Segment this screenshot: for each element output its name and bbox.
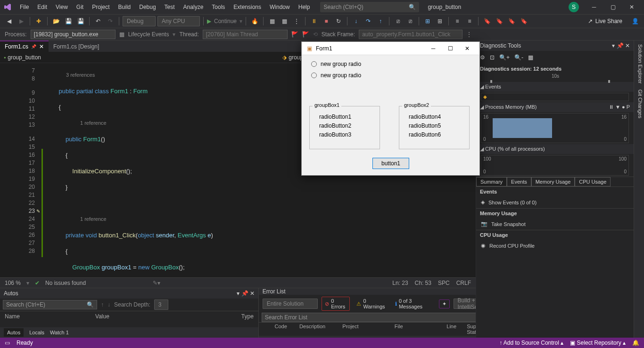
dropdown-icon[interactable]: ▾	[237, 290, 239, 297]
tab-autos[interactable]: Autos	[4, 328, 24, 337]
menu-debug[interactable]: Debug	[135, 2, 159, 12]
gear-icon[interactable]: ⚙	[480, 54, 485, 61]
intellicode-icon[interactable]: ✦	[439, 299, 450, 308]
radiobutton5[interactable]: radioButton5	[405, 122, 463, 129]
down-icon[interactable]: ↓	[107, 301, 110, 308]
tab-cpu[interactable]: CPU Usage	[575, 177, 611, 186]
errors-filter[interactable]: ⊘0 Errors	[322, 297, 350, 311]
depth-combo[interactable]: 3	[154, 299, 168, 310]
bookmark3-icon[interactable]: 🔖	[506, 16, 517, 26]
radiobutton1[interactable]: radioButton1	[315, 113, 374, 120]
tool-icon-4[interactable]: ⊞	[435, 16, 445, 26]
indent-right-icon[interactable]: ≡	[464, 16, 475, 26]
tab-form1-design[interactable]: Form1.cs [Design]	[49, 41, 104, 52]
warnings-filter[interactable]: ⚠0 Warnings	[354, 297, 388, 310]
save-all-icon[interactable]: 💾	[75, 16, 86, 26]
record-cpu-button[interactable]: ◉Record CPU Profile	[476, 240, 634, 251]
platform-combo[interactable]: Any CPU	[157, 16, 200, 26]
memory-chart[interactable]: 16 16 0 0	[481, 113, 629, 143]
take-snapshot-button[interactable]: 📷Take Snapshot	[476, 218, 634, 230]
process-combo[interactable]: [19832] group_button.exe	[31, 30, 116, 39]
menu-window[interactable]: Window	[266, 2, 294, 12]
toolbox-icon[interactable]: ▦	[267, 16, 277, 26]
dots-icon[interactable]: ⋮	[291, 16, 302, 26]
menu-test[interactable]: Test	[161, 2, 179, 12]
radio-new-group-2[interactable]: new group radio	[311, 72, 472, 79]
close-panel-icon[interactable]: ✕	[250, 290, 255, 297]
tools-icon[interactable]: ▦	[528, 54, 533, 61]
config-combo[interactable]: Debug	[123, 16, 156, 26]
back-icon[interactable]: ◀	[4, 16, 14, 26]
indent-left-icon[interactable]: ≡	[452, 16, 462, 26]
maximize-button[interactable]: ▢	[603, 0, 622, 14]
zoom-level[interactable]: 106 %	[5, 280, 21, 286]
line-indicator[interactable]: Ln: 23	[392, 280, 408, 286]
redo-icon[interactable]: ↷	[105, 16, 116, 26]
menu-analyze[interactable]: Analyze	[180, 2, 207, 12]
notifications-icon[interactable]: 🔔	[632, 340, 639, 346]
autos-search[interactable]: Search (Ctrl+E) 🔍	[3, 300, 97, 309]
events-section-header[interactable]: ◢ Events	[476, 82, 634, 92]
restart-icon[interactable]: ↻	[333, 16, 344, 26]
tab-events[interactable]: Events	[507, 177, 531, 186]
bookmark4-icon[interactable]: 🔖	[519, 16, 529, 26]
menu-edit[interactable]: Edit	[33, 2, 51, 12]
flag-icon[interactable]: 🚩	[291, 31, 298, 38]
radiobutton4[interactable]: radioButton4	[405, 113, 463, 120]
close-tab-icon[interactable]: ✕	[39, 43, 44, 50]
live-share-button[interactable]: ↗ Live Share	[588, 18, 622, 24]
step-into-icon[interactable]: ↓	[351, 16, 361, 26]
tab-memory[interactable]: Memory Usage	[531, 177, 575, 186]
radiobutton3[interactable]: radioButton3	[315, 131, 374, 138]
tab-locals[interactable]: Locals	[29, 330, 44, 335]
app-minimize-button[interactable]: ─	[425, 42, 442, 55]
repo-button[interactable]: ▣ Select Repository ▴	[570, 340, 626, 346]
nav-project[interactable]: ▪ group_button	[4, 54, 41, 61]
cpu-chart[interactable]: 100 100 0 0	[481, 155, 629, 176]
feedback-icon[interactable]: 👤	[630, 16, 640, 26]
tool-icon-2[interactable]: ⎚	[405, 16, 415, 26]
menu-project[interactable]: Project	[88, 2, 113, 12]
bookmark-icon[interactable]: 🔖	[482, 16, 492, 26]
toolbox2-icon[interactable]: ▦	[279, 16, 289, 26]
save-icon[interactable]: 💾	[63, 16, 74, 26]
close-button[interactable]: ✕	[622, 0, 641, 14]
tab-summary[interactable]: Summary	[476, 177, 507, 186]
tool-icon-1[interactable]: ⎚	[393, 16, 403, 26]
tab-form1-cs[interactable]: Form1.cs 📌 ✕	[0, 40, 49, 52]
pin-icon[interactable]: 📌	[31, 44, 36, 49]
radio-new-group-1[interactable]: new group radio	[311, 61, 472, 67]
bookmark2-icon[interactable]: 🔖	[494, 16, 504, 26]
pause-icon[interactable]: ⏸	[309, 16, 319, 26]
thread-combo[interactable]: [20760] Main Thread	[203, 30, 288, 39]
running-app-window[interactable]: ▣ Form1 ─ ☐ ✕ new group radio new group …	[301, 41, 480, 176]
stop-icon[interactable]: ■	[321, 16, 331, 26]
forward-icon[interactable]: ▶	[16, 16, 26, 26]
global-search[interactable]: Search (Ctrl+Q) 🔍	[320, 2, 419, 12]
zoom-out-icon[interactable]: 🔍-	[514, 54, 523, 61]
step-out-icon[interactable]: ↑	[375, 16, 386, 26]
col-indicator[interactable]: Ch: 53	[415, 280, 431, 286]
pin-panel-icon[interactable]: 📌	[241, 290, 248, 297]
new-icon[interactable]: ✚	[33, 16, 44, 26]
menu-extensions[interactable]: Extensions	[230, 2, 265, 12]
more-icon[interactable]: ⋮	[466, 31, 472, 38]
app-maximize-button[interactable]: ☐	[442, 42, 459, 55]
events-track[interactable]: ◆	[481, 93, 629, 101]
zoom-in-icon[interactable]: 🔍+	[499, 54, 510, 61]
app-close-button[interactable]: ✕	[459, 42, 476, 55]
menu-help[interactable]: Help	[295, 2, 314, 12]
open-icon[interactable]: 📂	[51, 16, 61, 26]
menu-build[interactable]: Build	[115, 2, 135, 12]
hot-reload-icon[interactable]: 🔥	[249, 16, 260, 26]
eol-indicator[interactable]: CRLF	[456, 280, 471, 286]
indent-indicator[interactable]: SPC	[438, 280, 450, 286]
tab-watch1[interactable]: Watch 1	[50, 330, 69, 335]
minimize-button[interactable]: ─	[585, 0, 603, 14]
zoom-fit-icon[interactable]: ⊡	[490, 54, 495, 61]
user-avatar[interactable]: S	[569, 2, 579, 12]
step-over-icon[interactable]: ↷	[363, 16, 373, 26]
timeline-ruler[interactable]: 10s	[481, 73, 629, 82]
undo-icon[interactable]: ↶	[93, 16, 103, 26]
menu-tools[interactable]: Tools	[208, 2, 229, 12]
